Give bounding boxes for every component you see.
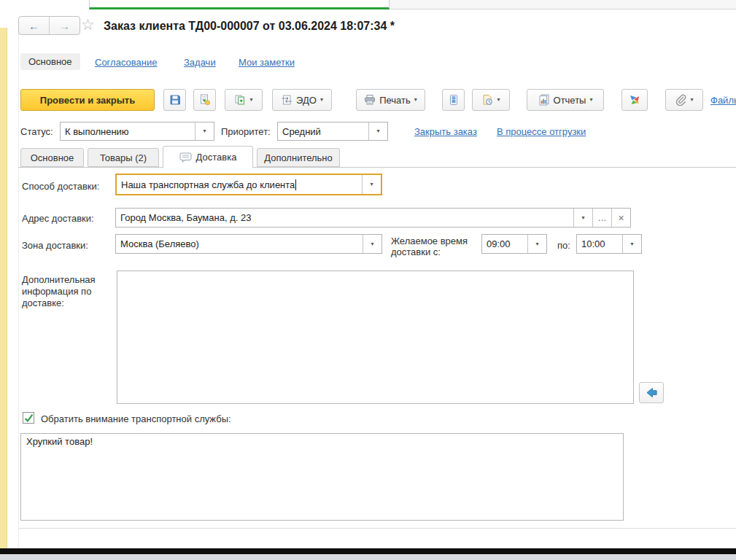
tab-main-label: Основное (31, 152, 74, 163)
additional-info-textarea[interactable] (117, 271, 634, 404)
dropdown-icon: ▾ (690, 97, 693, 103)
check-icon (24, 413, 34, 423)
paperclip-icon (675, 94, 686, 106)
attention-note-textarea[interactable]: Хрупкий товар! (20, 433, 624, 521)
time-to-dropdown-button[interactable]: ▾ (622, 235, 641, 253)
save-icon (169, 94, 181, 106)
reports-icon (538, 94, 550, 106)
save-button[interactable] (163, 89, 186, 111)
window-tab-strip (0, 0, 736, 9)
comment-bubble-icon (179, 152, 192, 163)
print-button[interactable]: Печать ▾ (356, 89, 425, 111)
print-icon (364, 94, 376, 106)
zone-dropdown-button[interactable]: ▾ (363, 235, 381, 253)
window-bottom-edge (0, 548, 736, 554)
active-window-tab[interactable] (89, 0, 390, 9)
dropdown-icon: ▾ (630, 241, 633, 247)
priority-select[interactable]: Средний ▾ (277, 122, 388, 141)
ellipsis-icon: … (598, 213, 607, 223)
dropdown-icon: ▾ (414, 97, 417, 103)
priority-label: Приоритет: (221, 126, 271, 137)
time-to-combobox[interactable]: 10:00 ▾ (576, 234, 642, 254)
discussions-button[interactable] (621, 89, 648, 111)
dropdown-icon: ▾ (497, 97, 500, 103)
form-bottom-divider (18, 528, 736, 529)
close-order-link[interactable]: Закрыть заказ (414, 126, 477, 137)
delivery-zone-label: Зона доставки: (22, 240, 88, 251)
order-form-window: ← → ☆ Заказ клиента ТД00-000007 от 03.06… (0, 0, 736, 560)
tab-goods-label: Товары (2) (100, 152, 147, 163)
reports-label: Отчеты (554, 95, 586, 106)
delivery-address-field[interactable]: Город Москва, Баумана, д. 23 ▾ … × (115, 208, 631, 228)
desired-time-label: Желаемое время доставки с: (391, 236, 481, 257)
delivery-method-label: Способ доставки: (22, 181, 99, 192)
clear-icon: × (618, 212, 624, 224)
related-documents-button[interactable] (442, 89, 465, 111)
dropdown-icon: ▾ (320, 97, 323, 103)
attachments-button[interactable]: ▾ (665, 89, 703, 111)
nav-link-tasks[interactable]: Задачи (184, 57, 216, 68)
nav-link-approval[interactable]: Согласование (95, 57, 157, 68)
priority-dropdown-button[interactable]: ▾ (368, 122, 387, 140)
delivery-method-dropdown-button[interactable]: ▾ (362, 175, 381, 194)
delivery-zone-value: Москва (Беляево) (116, 235, 363, 253)
tabstrip-baseline (18, 167, 736, 168)
dropdown-icon: ▾ (371, 241, 373, 247)
status-select[interactable]: К выполнению ▾ (60, 122, 214, 141)
status-dropdown-button[interactable]: ▾ (195, 122, 214, 140)
address-ellipsis-button[interactable]: … (592, 209, 611, 227)
dropdown-icon: ▾ (589, 97, 592, 103)
attention-checkbox[interactable] (23, 412, 34, 424)
priority-value: Средний (278, 122, 368, 140)
files-link[interactable]: Файлы (710, 95, 736, 106)
address-clear-button[interactable]: × (611, 209, 630, 227)
blue-left-arrow-icon (646, 387, 658, 398)
forward-button[interactable]: → (50, 17, 80, 34)
in-shipping-link[interactable]: В процессе отгрузки (497, 126, 586, 137)
tab-goods[interactable]: Товары (2) (88, 148, 159, 167)
form-left-border (18, 28, 19, 548)
post-and-close-button[interactable]: Провести и закрыть (20, 89, 155, 111)
related-documents-icon (448, 94, 460, 106)
tab-additional-label: Дополнительно (264, 152, 333, 163)
dropdown-icon: ▾ (535, 241, 538, 247)
delivery-address-value: Город Москва, Баумана, д. 23 (116, 209, 573, 227)
text-caret (295, 179, 296, 190)
tab-strip-background (390, 0, 736, 9)
tab-main[interactable]: Основное (20, 148, 84, 167)
back-button[interactable]: ← (19, 17, 50, 34)
page-title: Заказ клиента ТД00-000007 от 03.06.2024 … (104, 20, 395, 33)
address-dropdown-button[interactable]: ▾ (573, 209, 592, 227)
time-from-dropdown-button[interactable]: ▾ (527, 235, 546, 253)
back-icon: ← (28, 20, 39, 32)
dropdown-icon: ▾ (581, 215, 584, 221)
edo-button[interactable]: ЭДО ▾ (272, 89, 332, 111)
print-label: Печать (379, 95, 411, 106)
tab-delivery-label: Доставка (196, 152, 237, 163)
tab-delivery[interactable]: Доставка (163, 146, 253, 168)
reports-button[interactable]: Отчеты ▾ (527, 89, 604, 111)
post-document-button[interactable] (193, 89, 216, 111)
time-to-label: по: (557, 240, 570, 251)
edo-label: ЭДО (296, 95, 317, 106)
delivery-method-value: Наша транспортная служба до клиента (117, 175, 362, 194)
dropdown-icon: ▾ (376, 128, 379, 134)
nav-link-my-notes[interactable]: Мои заметки (239, 57, 295, 68)
status-label: Статус: (20, 126, 53, 137)
dropdown-icon: ▾ (249, 97, 252, 103)
time-to-value: 10:00 (577, 235, 622, 253)
insert-from-clipboard-button[interactable] (639, 382, 664, 403)
delivery-zone-combobox[interactable]: Москва (Беляево) ▾ (115, 234, 382, 254)
create-based-on-icon (234, 94, 246, 106)
nav-item-main[interactable]: Основное (20, 53, 80, 70)
delivery-method-combobox[interactable]: Наша транспортная служба до клиента ▾ (115, 174, 382, 195)
edo-icon (281, 94, 293, 106)
additional-info-label: Дополнительная информация по доставке: (22, 274, 114, 309)
time-from-combobox[interactable]: 09:00 ▾ (481, 234, 547, 254)
reminder-button[interactable]: ▾ (472, 89, 510, 111)
favorite-star-icon[interactable]: ☆ (81, 16, 95, 34)
create-based-on-button[interactable]: ▾ (225, 89, 263, 111)
tab-additional[interactable]: Дополнительно (257, 148, 340, 167)
status-value: К выполнению (61, 122, 195, 140)
attention-checkbox-label: Обратить внимание транспортной службы: (41, 413, 231, 424)
